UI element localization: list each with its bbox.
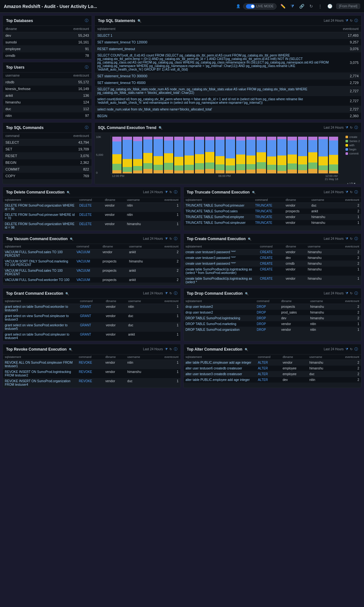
chart-bar-group [153, 137, 163, 173]
chart-bar-segment [287, 155, 297, 163]
top-users-header: Top Usersⓘ [3, 62, 92, 72]
databases-info-icon[interactable]: ⓘ [85, 18, 88, 23]
table-row: employee91 [3, 46, 92, 52]
chart-bar-group [308, 137, 317, 173]
chart-bar-segment [298, 140, 307, 156]
legend-label: Series 2 [349, 140, 360, 143]
chart-bar-segment [123, 137, 132, 140]
filter-icon[interactable]: ⧩ [289, 3, 295, 10]
create-info-icon[interactable]: ⓘ [354, 236, 358, 241]
top-drop-header: Top Drop Command Execution 🔍 Last 24 Hou… [184, 288, 361, 299]
truncate-info-icon[interactable]: ⓘ [354, 190, 358, 194]
panel-badge[interactable]: [From Panel] [336, 4, 360, 9]
alter-info-icon[interactable]: ⓘ [354, 347, 358, 352]
chart-y-labels: 10K 5,000 0 [95, 135, 108, 174]
table-row: alter table PUBLIC.employee add age inte… [184, 377, 361, 383]
chart-bar-segment [205, 163, 214, 169]
trend-info-icon[interactable]: ⓘ [354, 125, 358, 130]
vacuum-reload-icon[interactable]: ↻ [169, 237, 172, 240]
table-row: COPY769 [3, 173, 92, 179]
chart-bar-segment [308, 152, 317, 163]
revoke-reload-icon[interactable]: ↻ [169, 347, 172, 351]
delete-info-icon[interactable]: ⓘ [174, 190, 177, 194]
share-icon[interactable]: 🔗 [298, 3, 306, 9]
revoke-search-icon[interactable]: 🔍 [69, 348, 72, 351]
top-drop-table: sqlstatement command dbname username eve… [184, 299, 361, 333]
top-vacuum-table: sqlstatement command dbname username eve… [3, 244, 181, 283]
drop-filter-icon[interactable]: ⧩ [345, 292, 348, 295]
chart-pagination[interactable]: ▲1/5▼ [97, 181, 359, 184]
chart-bar-segment [329, 155, 338, 164]
table-row: SELECT pg_catalog.stv_fdisk_stats.node_n… [95, 86, 361, 96]
more-icon[interactable]: ⋮ [317, 3, 323, 9]
page-title: Amazon Redshift - Audit - User Activity … [4, 4, 151, 9]
chart-bar-segment [287, 163, 297, 170]
top-alter-panel: Top Alter Command Execution 🔍 Last 24 Ho… [183, 344, 362, 388]
table-row: grant select on table SumoProd.workorder… [3, 304, 181, 313]
delete-filter-icon[interactable]: ⧩ [165, 190, 167, 194]
truncate-filter-icon[interactable]: ⧩ [345, 190, 348, 194]
grant-reload-icon[interactable]: ↻ [169, 292, 172, 295]
sql-commands-info-icon[interactable]: ⓘ [85, 125, 88, 130]
table-row: kinesis_firehose16,149 [3, 86, 92, 92]
chart-bar-segment [308, 137, 317, 140]
create-reload-icon[interactable]: ↻ [350, 237, 353, 240]
top-databases-panel: Top Databases ⓘ dbname eventcount dev55,… [3, 15, 92, 59]
sql-filter-icon[interactable]: ⧩ [345, 19, 348, 23]
delete-reload-icon[interactable]: ↻ [169, 190, 172, 194]
delete-search-icon[interactable]: 🔍 [67, 191, 70, 194]
vacuum-search-icon[interactable]: 🔍 [70, 238, 73, 241]
chart-bar-group [112, 137, 122, 173]
edit-icon[interactable]: ✏️ [279, 3, 287, 9]
sql-trend-header: SQL Command Execution Trend 🔍 Last 24 Ho… [95, 123, 361, 133]
create-search-icon[interactable]: 🔍 [248, 238, 251, 241]
truncate-reload-icon[interactable]: ↻ [350, 190, 353, 194]
alter-reload-icon[interactable]: ↻ [350, 347, 353, 351]
revoke-info-icon[interactable]: ⓘ [174, 347, 177, 352]
alter-filter-icon[interactable]: ⧩ [345, 347, 348, 351]
create-filter-icon[interactable]: ⧩ [345, 237, 348, 241]
chart-bar-segment [329, 140, 338, 155]
revoke-filter-icon[interactable]: ⧩ [165, 347, 167, 351]
col-dbname: dbname [3, 26, 47, 32]
trend-reload-icon[interactable]: ↻ [350, 126, 353, 129]
grant-info-icon[interactable]: ⓘ [174, 291, 177, 296]
table-row: REVOKE INSERT ON SumoProd.organization F… [3, 378, 181, 388]
truncate-search-icon[interactable]: 🔍 [252, 191, 256, 194]
top-sql-header: Top SQL Statements 🔍 Last 24 Hours ⧩ ↻ ⓘ [95, 16, 361, 26]
chart-bar-segment [329, 137, 338, 140]
refresh-icon[interactable]: ↻ [308, 3, 314, 9]
trend-search-icon[interactable]: 🔍 [159, 126, 162, 130]
top-revoke-title: Top Revoke Command Execution 🔍 [6, 347, 72, 352]
table-row: nitin97 [3, 112, 92, 119]
live-mode-toggle[interactable]: LIVE MODE [243, 3, 276, 10]
top-sql-statements-panel: Top SQL Statements 🔍 Last 24 Hours ⧩ ↻ ⓘ… [94, 15, 361, 120]
top-databases-header: Top Databases ⓘ [3, 16, 92, 26]
top-truncate-header: Top Truncate Command Execution 🔍 Last 24… [184, 187, 361, 197]
chart-bar-segment [318, 170, 328, 173]
grant-filter-icon[interactable]: ⧩ [165, 292, 167, 295]
vacuum-filter-icon[interactable]: ⧩ [165, 237, 167, 241]
chart-bar-segment [184, 170, 194, 173]
chart-bar-segment [174, 165, 183, 171]
toggle-switch[interactable] [246, 4, 255, 9]
trend-filter-icon[interactable]: ⧩ [345, 126, 348, 130]
left-column: Top Databases ⓘ dbname eventcount dev55,… [3, 15, 92, 120]
sql-info-icon[interactable]: ⓘ [354, 18, 358, 23]
users-info-icon[interactable]: ⓘ [85, 65, 88, 70]
top-truncate-panel: Top Truncate Command Execution 🔍 Last 24… [183, 187, 362, 231]
sql-search-icon[interactable]: 🔍 [137, 19, 141, 23]
drop-info-icon[interactable]: ⓘ [354, 291, 358, 296]
chart-bar-group [226, 137, 235, 173]
table-row: RESET3,076 [3, 153, 92, 159]
drop-search-icon[interactable]: 🔍 [245, 292, 249, 295]
vacuum-info-icon[interactable]: ⓘ [174, 236, 177, 241]
table-row: select node_num,value from stv_fdisk_sta… [95, 106, 361, 113]
table-row: DROP TABLE SumoProd.marketing DROP vendo… [184, 321, 361, 327]
sql-reload-icon[interactable]: ↻ [350, 19, 353, 22]
chart-bar-segment [236, 164, 245, 171]
grant-search-icon[interactable]: 🔍 [65, 292, 69, 295]
alter-search-icon[interactable]: 🔍 [245, 348, 248, 351]
table-row: drop user testuser2 DROP prospects himan… [184, 304, 361, 310]
drop-reload-icon[interactable]: ↻ [350, 292, 353, 295]
